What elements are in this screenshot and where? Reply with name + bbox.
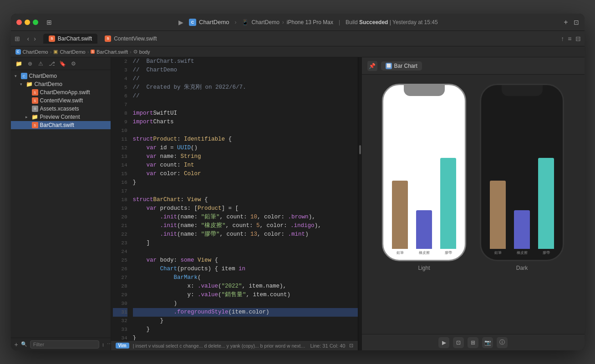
ln-24: 24 (113, 248, 127, 256)
sidebar-label-project: ChartDemo (29, 73, 57, 79)
code-area[interactable]: 2 3 4 5 6 7 8 9 10 11 12 13 14 15 16 17 (111, 57, 358, 340)
ln-16: 16 (113, 178, 127, 187)
editor-statusbar: Vim | insert v visual select c change...… (111, 340, 358, 350)
preview-grid-btn[interactable]: ⊞ (468, 337, 478, 348)
ln-19: 19 (113, 204, 127, 213)
preview-content: 鉛筆 橡皮擦 (362, 75, 585, 334)
assets-icon: ⊙ (32, 106, 38, 112)
split-editor-icon[interactable]: ⊟ (575, 35, 581, 42)
titlebar: ⊞ ▶ C ChartDemo › 📱 ChartDemo › iPhone 1… (11, 14, 585, 31)
preview-stop-btn[interactable]: ⊡ (453, 337, 464, 348)
ln-26: 26 (113, 265, 127, 273)
sidebar-toggle-button[interactable]: ⊞ (46, 19, 53, 26)
chevron-right-icon: ▸ (25, 115, 30, 119)
filter-icon: 🔍 (21, 341, 27, 347)
sidebar-item-assets[interactable]: ⊙ Assets.xcassets (11, 105, 111, 113)
code-line-26: Chart(products) { item in (133, 265, 358, 273)
scheme-info[interactable]: 📱 ChartDemo › iPhone 13 Pro Max (242, 19, 333, 25)
ln-21: 21 (113, 222, 127, 230)
code-content[interactable]: // BarChart.swift // ChartDemo // // Cre… (131, 57, 358, 340)
swift-file-icon-1: S (32, 89, 38, 96)
code-line-11: struct Product: Identifiable { (133, 135, 358, 144)
run-button[interactable]: ▶ (178, 19, 183, 26)
lines-icon[interactable]: ≡ (568, 35, 571, 42)
code-line-4: // (133, 75, 358, 83)
ln-11: 11 (113, 135, 127, 144)
sidebar-label-contentview: ContentView.swift (40, 97, 83, 104)
breadcrumb-item-3[interactable]: S BarChart.swift (91, 49, 128, 55)
ln-25: 25 (113, 256, 127, 265)
sidebar-item-chartdemoapp[interactable]: S ChartDemoApp.swift (11, 88, 111, 96)
bar-eraser-light-bar (416, 210, 432, 249)
split-view-button[interactable]: ⊡ (574, 19, 579, 26)
swift-icon-2: S (105, 35, 111, 42)
preview-camera-btn[interactable]: 📷 (482, 337, 493, 348)
breadcrumb-item-1[interactable]: ChartDemo (23, 49, 48, 55)
main-content: 📁 ⊕ ⚠ ⎇ 🔖 ⚙ ▾ C ChartDemo ▾ 📁 ChartDem (11, 57, 585, 350)
fullscreen-button[interactable] (33, 20, 38, 25)
chart-light: 鉛筆 橡皮擦 (388, 99, 460, 255)
code-line-19: var products: [Product] = [ (133, 204, 358, 213)
sidebar-sort-btn[interactable]: ↕ (102, 342, 105, 347)
sidebar-label-assets: Assets.xcassets (40, 106, 79, 112)
breadcrumb-sep-3: › (130, 49, 132, 55)
ln-15: 15 (113, 170, 127, 178)
sidebar-tree: ▾ C ChartDemo ▾ 📁 ChartDemo S ChartDemoA… (11, 70, 111, 338)
magnify-icon-btn[interactable]: ⊕ (25, 59, 35, 68)
code-line-13: var name: String (133, 152, 358, 161)
code-line-33: } (133, 325, 358, 334)
warning-icon-btn[interactable]: ⚠ (36, 59, 46, 68)
pin-button[interactable]: 📌 (367, 61, 377, 71)
ln-4: 4 (113, 75, 127, 83)
breadcrumb-item-4[interactable]: ⊙ body (133, 49, 150, 55)
bookmark-icon-btn[interactable]: 🔖 (58, 59, 67, 68)
editor-toggle-icon[interactable]: ↑ (561, 35, 564, 42)
code-line-8: import SwiftUI (133, 109, 358, 118)
git-icon-btn[interactable]: ⎇ (47, 59, 56, 68)
bar-pencil-dark-bar (490, 181, 506, 249)
settings-icon-btn[interactable]: ⚙ (69, 59, 78, 68)
minimize-button[interactable] (25, 20, 30, 25)
nav-forward-button[interactable]: › (32, 34, 38, 43)
device-light: 鉛筆 橡皮擦 (382, 84, 466, 271)
sidebar-item-contentview[interactable]: S ContentView.swift (11, 96, 111, 105)
light-label: Light (418, 265, 430, 271)
ln-22: 22 (113, 230, 127, 239)
bar-tape-dark-label: 膠帶 (543, 250, 550, 255)
editor-settings-icon[interactable]: ⊡ (349, 343, 353, 349)
ln-28: 28 (113, 282, 127, 291)
preview-tab-barchart[interactable]: ⬜ Bar Chart (381, 61, 422, 71)
sep1: › (234, 19, 236, 25)
close-button[interactable] (16, 20, 22, 25)
add-file-btn[interactable]: + (15, 341, 18, 348)
titlebar-center: ▶ C ChartDemo › 📱 ChartDemo › iPhone 13 … (56, 19, 560, 26)
code-editor[interactable]: 2 3 4 5 6 7 8 9 10 11 12 13 14 15 16 17 (111, 57, 358, 350)
code-line-23: ] (133, 239, 358, 248)
code-line-34: } (133, 334, 358, 340)
sidebar-item-preview-content[interactable]: ▸ 📁 Preview Content (11, 113, 111, 121)
layout-icon[interactable]: ⊞ (15, 35, 20, 42)
sep2: › (282, 19, 284, 25)
sidebar-item-chartdemo-folder[interactable]: ▾ 📁 ChartDemo (11, 80, 111, 88)
sidebar-item-barchart[interactable]: S BarChart.swift (11, 121, 111, 129)
breadcrumb-item-2[interactable]: ▣ ChartDemo (53, 49, 85, 55)
swift-icon-bc: S (91, 50, 95, 54)
breadcrumb-app-icon: C (15, 49, 21, 55)
code-line-22: .init(name: "膠帶", count: 13, color: .min… (133, 230, 358, 239)
ln-9: 9 (113, 118, 127, 126)
nav-back-button[interactable]: ‹ (25, 34, 31, 43)
editor-scrollbar[interactable] (358, 57, 361, 350)
preview-play-btn[interactable]: ▶ (438, 337, 449, 348)
preview-toolbar: 📌 ⬜ Bar Chart (362, 57, 585, 75)
filter-input[interactable] (30, 340, 99, 349)
ln-23: 23 (113, 239, 127, 248)
sidebar-item-chartdemo-project[interactable]: ▾ C ChartDemo (11, 72, 111, 80)
folder-icon-btn[interactable]: 📁 (15, 59, 24, 68)
ln-27: 27 (113, 273, 127, 282)
tab-barchart[interactable]: S BarChart.swift (43, 34, 97, 44)
add-button[interactable]: + (564, 18, 568, 26)
bar-tape-light-bar (440, 158, 456, 249)
sidebar-label-barchart: BarChart.swift (40, 122, 74, 128)
preview-info-btn[interactable]: ⓘ (497, 337, 508, 348)
tab-contentview[interactable]: S ContentView.swift (99, 34, 163, 44)
